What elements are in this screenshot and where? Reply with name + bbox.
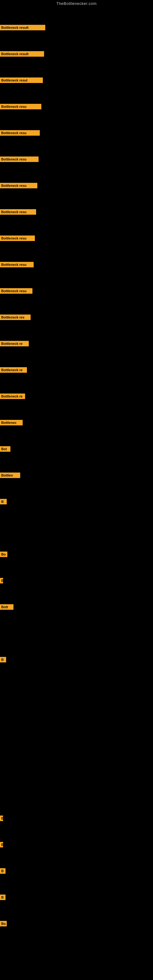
bar-label-27: B <box>0 894 5 900</box>
bar-row-20: Bo <box>0 552 7 557</box>
bar-row-19: B <box>0 499 7 504</box>
bar-label-5: Bottleneck resu <box>0 130 40 136</box>
bar-label-21: B <box>0 578 3 584</box>
bar-label-24: B <box>0 816 3 821</box>
bar-label-13: Bottleneck re <box>0 341 29 346</box>
bar-row-12: Bottleneck res <box>0 315 30 320</box>
bar-row-18: Bottlen <box>0 473 20 478</box>
bar-row-22: Bott <box>0 604 13 610</box>
bar-label-22: Bott <box>0 604 13 610</box>
bar-label-3: Bottleneck resul <box>0 78 43 83</box>
bar-label-1: Bottleneck result <box>0 25 45 30</box>
bar-row-13: Bottleneck re <box>0 341 29 346</box>
bar-label-2: Bottleneck result <box>0 51 44 57</box>
bar-row-26: B <box>0 868 5 874</box>
bar-row-24: B <box>0 816 3 821</box>
bar-row-7: Bottleneck resu <box>0 183 37 188</box>
bar-row-17: Bot <box>0 446 10 452</box>
bar-label-4: Bottleneck resu <box>0 104 41 109</box>
bar-row-27: B <box>0 894 5 900</box>
bar-label-18: Bottlen <box>0 473 20 478</box>
bar-label-14: Bottleneck re <box>0 367 27 373</box>
bar-label-17: Bot <box>0 446 10 452</box>
bar-row-6: Bottleneck resu <box>0 156 38 162</box>
bar-row-5: Bottleneck resu <box>0 130 40 136</box>
bar-label-20: Bo <box>0 552 7 557</box>
bar-row-2: Bottleneck result <box>0 51 44 57</box>
bar-row-15: Bottleneck re <box>0 393 25 399</box>
bar-label-28: Bo <box>0 921 7 926</box>
bar-label-8: Bottleneck resu <box>0 209 36 215</box>
bar-row-8: Bottleneck resu <box>0 209 36 215</box>
site-title: TheBottlenecker.com <box>0 0 153 8</box>
bar-label-10: Bottleneck resu <box>0 262 33 267</box>
bar-label-7: Bottleneck resu <box>0 183 37 188</box>
bar-row-3: Bottleneck resul <box>0 78 43 83</box>
bar-label-12: Bottleneck res <box>0 315 30 320</box>
bar-label-25: B <box>0 842 3 847</box>
bar-row-21: B <box>0 578 3 584</box>
bar-row-4: Bottleneck resu <box>0 104 41 109</box>
bar-label-15: Bottleneck re <box>0 393 25 399</box>
bar-row-16: Bottlenec <box>0 420 22 425</box>
bar-row-23: B <box>0 657 6 662</box>
bar-row-25: B <box>0 842 3 847</box>
bar-row-11: Bottleneck resu <box>0 288 32 294</box>
bar-label-23: B <box>0 657 6 662</box>
bar-row-28: Bo <box>0 921 7 926</box>
bar-label-9: Bottleneck resu <box>0 235 35 241</box>
bar-label-6: Bottleneck resu <box>0 156 38 162</box>
bar-row-14: Bottleneck re <box>0 367 27 373</box>
bar-label-26: B <box>0 868 5 874</box>
bar-row-1: Bottleneck result <box>0 25 45 30</box>
bar-row-10: Bottleneck resu <box>0 262 33 267</box>
bar-row-9: Bottleneck resu <box>0 235 35 241</box>
bar-label-19: B <box>0 499 7 504</box>
bar-label-11: Bottleneck resu <box>0 288 32 294</box>
bar-label-16: Bottlenec <box>0 420 22 425</box>
